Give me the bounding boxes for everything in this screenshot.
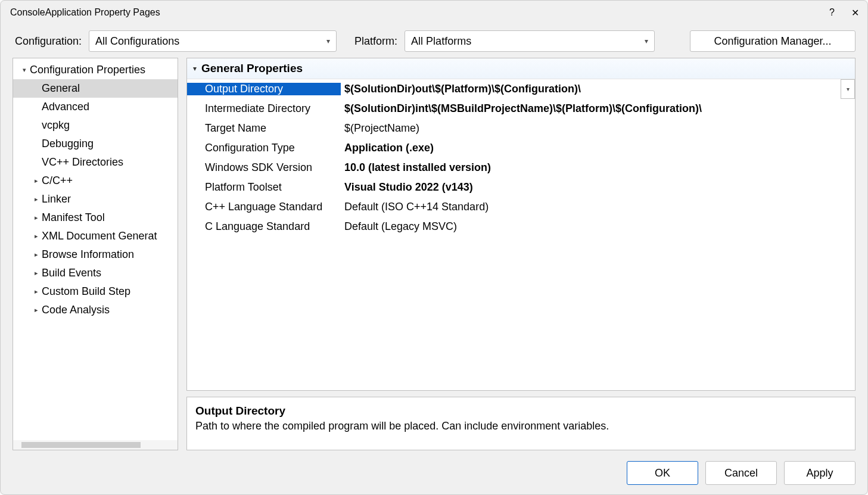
chevron-down-icon: ▾ (19, 66, 30, 74)
platform-select[interactable]: All Platforms ▾ (405, 30, 655, 52)
configuration-select[interactable]: All Configurations ▾ (89, 30, 337, 52)
property-label: Windows SDK Version (187, 161, 341, 174)
chevron-right-icon: ▸ (31, 306, 42, 314)
tree-item[interactable]: ▸XML Document Generat (13, 227, 178, 245)
dialog-body: ▾Configuration PropertiesGeneralAdvanced… (1, 58, 867, 456)
footer: OK Cancel Apply (1, 456, 867, 494)
property-label: Intermediate Directory (187, 102, 341, 115)
property-row[interactable]: Output Directory$(SolutionDir)out\$(Plat… (187, 79, 855, 99)
property-value[interactable]: $(SolutionDir)int\$(MSBuildProjectName)\… (341, 102, 855, 115)
property-dropdown-button[interactable]: ▾ (841, 79, 855, 99)
property-row[interactable]: Target Name$(ProjectName) (187, 119, 855, 138)
tree-item-label: VC++ Directories (42, 156, 123, 169)
property-label: C Language Standard (187, 220, 341, 233)
tree-item-label: C/C++ (42, 175, 73, 187)
chevron-right-icon: ▸ (31, 232, 42, 240)
chevron-down-icon: ▾ (326, 37, 330, 45)
chevron-down-icon: ▾ (847, 86, 850, 92)
ok-button[interactable]: OK (627, 461, 698, 485)
help-icon[interactable]: ? (829, 7, 835, 18)
description-panel: Output Directory Path to where the compi… (186, 397, 855, 450)
tree-item-label: General (42, 82, 80, 95)
property-row[interactable]: Platform ToolsetVisual Studio 2022 (v143… (187, 178, 855, 197)
group-header[interactable]: ▾ General Properties (187, 58, 855, 79)
tree-item[interactable]: ▸C/C++ (13, 172, 178, 190)
titlebar-controls: ? ✕ (829, 7, 859, 18)
platform-label: Platform: (354, 35, 397, 48)
chevron-down-icon: ▾ (193, 64, 197, 73)
tree-item[interactable]: Advanced (13, 98, 178, 116)
property-value[interactable]: 10.0 (latest installed version) (341, 161, 855, 174)
property-grid: ▾ General Properties Output Directory$(S… (186, 58, 855, 391)
toolbar: Configuration: All Configurations ▾ Plat… (1, 24, 867, 58)
property-rows: Output Directory$(SolutionDir)out\$(Plat… (187, 79, 855, 390)
tree-item[interactable]: Debugging (13, 135, 178, 153)
tree-item[interactable]: VC++ Directories (13, 153, 178, 172)
tree-item-label: Manifest Tool (42, 211, 105, 224)
chevron-right-icon: ▸ (31, 195, 42, 203)
titlebar: ConsoleApplication Property Pages ? ✕ (1, 1, 867, 24)
tree-item-label: Custom Build Step (42, 285, 130, 298)
property-row[interactable]: Configuration TypeApplication (.exe) (187, 138, 855, 158)
cancel-button[interactable]: Cancel (705, 461, 777, 485)
tree-item[interactable]: ▸Browse Information (13, 245, 178, 264)
tree-item-label: Configuration Properties (30, 64, 145, 76)
property-value[interactable]: Visual Studio 2022 (v143) (341, 181, 855, 194)
description-title: Output Directory (195, 404, 847, 418)
property-row[interactable]: Windows SDK Version10.0 (latest installe… (187, 158, 855, 178)
platform-value: All Platforms (411, 35, 471, 48)
tree-item-label: Advanced (42, 101, 89, 113)
scrollbar-thumb[interactable] (21, 442, 141, 448)
chevron-right-icon: ▸ (31, 288, 42, 295)
tree-panel: ▾Configuration PropertiesGeneralAdvanced… (13, 58, 178, 450)
tree-item[interactable]: ▸Build Events (13, 264, 178, 282)
tree-item-label: Build Events (42, 267, 101, 279)
property-label: Platform Toolset (187, 181, 341, 194)
property-value[interactable]: Default (ISO C++14 Standard) (341, 201, 855, 213)
tree-item[interactable]: ▸Manifest Tool (13, 208, 178, 227)
tree-item[interactable]: ▸Code Analysis (13, 301, 178, 319)
property-row[interactable]: C Language StandardDefault (Legacy MSVC) (187, 217, 855, 236)
tree-scrollbar[interactable] (13, 440, 178, 450)
tree-item-label: XML Document Generat (42, 230, 157, 242)
tree-item-label: vcpkg (42, 119, 70, 132)
configuration-manager-button[interactable]: Configuration Manager... (690, 30, 855, 52)
configuration-value: All Configurations (95, 35, 179, 48)
property-value[interactable]: $(SolutionDir)out\$(Platform)\$(Configur… (341, 83, 841, 95)
tree-item[interactable]: vcpkg (13, 116, 178, 135)
tree-item[interactable]: ▸Custom Build Step (13, 282, 178, 301)
close-icon[interactable]: ✕ (851, 7, 859, 18)
tree-item-label: Linker (42, 193, 71, 206)
property-pages-dialog: ConsoleApplication Property Pages ? ✕ Co… (0, 0, 868, 495)
property-label: Output Directory (187, 83, 341, 95)
tree-item-label: Debugging (42, 138, 94, 150)
property-label: Target Name (187, 122, 341, 135)
configuration-label: Configuration: (15, 35, 82, 48)
chevron-down-icon: ▾ (645, 37, 648, 45)
chevron-right-icon: ▸ (31, 251, 42, 259)
tree-root-item[interactable]: ▾Configuration Properties (13, 61, 178, 79)
property-row[interactable]: Intermediate Directory$(SolutionDir)int\… (187, 99, 855, 119)
chevron-right-icon: ▸ (31, 269, 42, 277)
property-row[interactable]: C++ Language StandardDefault (ISO C++14 … (187, 197, 855, 217)
property-value[interactable]: Default (Legacy MSVC) (341, 220, 855, 233)
property-label: Configuration Type (187, 142, 341, 154)
tree-item-label: Code Analysis (42, 304, 110, 316)
tree-item-label: Browse Information (42, 248, 134, 261)
description-text: Path to where the compiled program will … (195, 420, 847, 432)
group-title: General Properties (201, 62, 303, 75)
property-value[interactable]: Application (.exe) (341, 142, 855, 154)
tree-item[interactable]: ▸Linker (13, 190, 178, 208)
chevron-right-icon: ▸ (31, 214, 42, 222)
apply-button[interactable]: Apply (784, 461, 855, 485)
property-value[interactable]: $(ProjectName) (341, 122, 855, 135)
window-title: ConsoleApplication Property Pages (10, 7, 160, 18)
property-label: C++ Language Standard (187, 201, 341, 213)
chevron-right-icon: ▸ (31, 177, 42, 185)
tree: ▾Configuration PropertiesGeneralAdvanced… (13, 58, 178, 440)
right-stack: ▾ General Properties Output Directory$(S… (186, 58, 855, 450)
tree-item[interactable]: General (13, 79, 178, 98)
